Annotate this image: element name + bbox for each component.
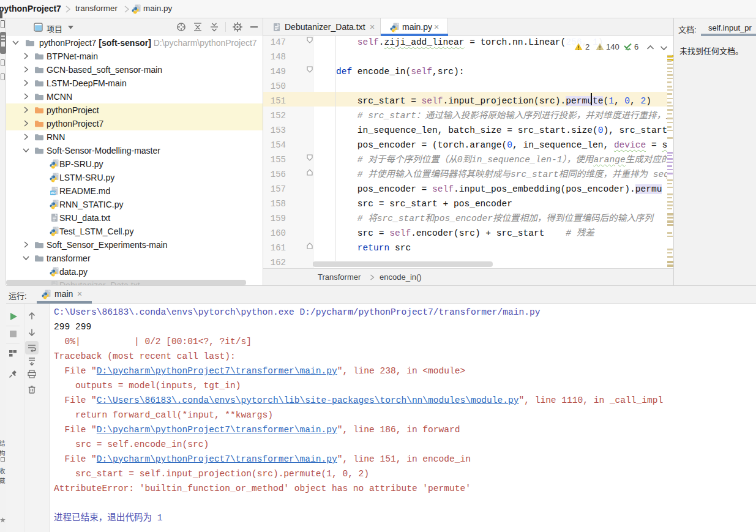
svg-text:MD: MD <box>50 191 56 195</box>
